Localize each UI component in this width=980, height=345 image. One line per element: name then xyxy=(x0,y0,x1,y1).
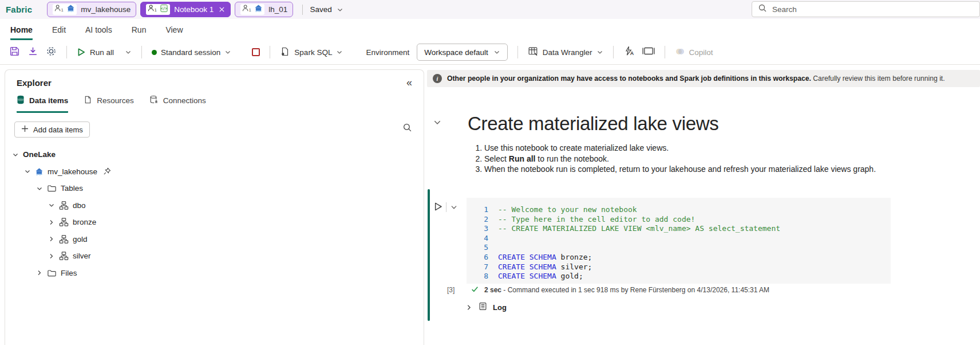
log-section-toggle[interactable]: Log xyxy=(465,302,507,312)
item-tabs: 1mv_lakehouse1</>Notebook 11lh_01 xyxy=(47,2,293,17)
chevron-down-icon[interactable] xyxy=(12,151,19,158)
chevron-right-icon xyxy=(465,304,473,311)
session-count-icon: 1 xyxy=(242,4,252,15)
code-line: 3-- CREATE MATERIALIZED LAKE VIEW <mlv_n… xyxy=(467,224,891,234)
line-number: 1 xyxy=(467,205,488,215)
chevron-down-icon xyxy=(596,49,603,56)
cell-status-row: 2 sec - Command executed in 1 sec 918 ms… xyxy=(471,285,769,295)
run-all-label: Run all xyxy=(90,48,114,57)
tree-item-tables[interactable]: Tables xyxy=(5,180,424,197)
svg-text:</>: </> xyxy=(161,6,168,11)
svg-text:1: 1 xyxy=(61,8,64,13)
explorer-panel: Explorer « Data itemsResourcesConnection… xyxy=(5,69,424,345)
copilot-label: Copilot xyxy=(689,48,713,57)
chevron-down-icon[interactable] xyxy=(48,202,55,209)
add-data-items-button[interactable]: Add data items xyxy=(14,121,90,138)
divider xyxy=(302,5,303,15)
divider xyxy=(66,46,67,58)
tree-item-mv-lakehouse[interactable]: mv_lakehouse xyxy=(5,163,424,181)
menu-tab-view[interactable]: View xyxy=(165,19,183,40)
session-active-dot xyxy=(152,50,157,55)
cell-more-actions-icon[interactable] xyxy=(450,203,458,211)
divider xyxy=(141,46,142,58)
stop-session-button[interactable] xyxy=(252,48,260,56)
run-cell-button[interactable] xyxy=(433,202,443,211)
environment-button[interactable]: Environment xyxy=(366,48,409,57)
chevron-right-icon[interactable] xyxy=(48,236,55,242)
lakehouse-icon xyxy=(35,167,44,176)
search-placeholder: Search xyxy=(772,5,797,14)
tree-item-gold[interactable]: gold xyxy=(5,231,424,248)
chevron-down-icon[interactable] xyxy=(24,168,31,175)
tree-item-dbo[interactable]: dbo xyxy=(5,197,424,214)
menu-tab-run[interactable]: Run xyxy=(132,19,147,40)
tree-item-bronze[interactable]: bronze xyxy=(5,214,424,231)
fabric-logo[interactable]: Fabric xyxy=(6,5,32,14)
markdown-list-item: Select Run all to run the notebook. xyxy=(484,154,876,164)
ribbon-menu: HomeEditAI toolsRunView xyxy=(0,19,980,40)
tree-item-onelake[interactable]: OneLake xyxy=(5,146,424,163)
tab-icon-chip: 1 xyxy=(240,4,264,15)
item-tab-lh-01[interactable]: 1lh_01 xyxy=(235,2,293,17)
session-label: Standard session xyxy=(161,48,220,57)
data-wrangler-dropdown[interactable]: Data Wrangler xyxy=(528,46,603,58)
spark-sql-icon xyxy=(280,46,290,58)
pin-icon[interactable] xyxy=(103,167,111,175)
search-input[interactable]: Search xyxy=(752,1,980,17)
settings-gear-icon[interactable] xyxy=(46,46,57,59)
explorer-search-icon[interactable] xyxy=(402,123,412,132)
tree-item-label: mv_lakehouse xyxy=(48,167,97,176)
menu-tab-home[interactable]: Home xyxy=(10,19,33,40)
item-tab-notebook-1[interactable]: 1</>Notebook 1 xyxy=(140,2,231,17)
workspace-access-banner: i Other people in your organization may … xyxy=(427,70,980,87)
code-line: 6CREATE SCHEMA bronze; xyxy=(467,253,891,262)
close-icon[interactable] xyxy=(219,6,225,13)
chevron-down-icon[interactable] xyxy=(125,49,132,56)
explorer-tab-data-items[interactable]: Data items xyxy=(17,95,68,113)
workspace-default-dropdown[interactable]: Workspace default xyxy=(417,44,508,61)
folder-icon xyxy=(47,268,57,278)
schema-icon xyxy=(59,217,69,227)
workspace-label: Workspace default xyxy=(424,48,488,57)
save-icon[interactable] xyxy=(9,46,20,59)
menu-tab-ai-tools[interactable]: AI tools xyxy=(85,19,112,40)
tree-item-label: bronze xyxy=(73,218,96,226)
chevron-right-icon[interactable] xyxy=(48,253,55,260)
chevron-down-icon xyxy=(493,49,500,56)
language-dropdown[interactable]: Spark SQL xyxy=(280,46,343,58)
export-icon[interactable] xyxy=(27,46,38,59)
success-check-icon xyxy=(471,285,479,295)
tree-item-silver[interactable]: silver xyxy=(5,248,424,265)
markdown-instructions: Use this notebook to create materialized… xyxy=(472,143,876,175)
frame-icon[interactable] xyxy=(642,46,655,58)
lightning-a-icon[interactable]: A xyxy=(623,45,635,59)
folder-icon xyxy=(47,183,57,193)
chevron-down-icon[interactable] xyxy=(36,185,43,192)
explorer-tab-resources[interactable]: Resources xyxy=(84,95,134,113)
tree-item-files[interactable]: Files xyxy=(5,265,424,282)
data-wrangler-label: Data Wrangler xyxy=(543,48,592,57)
markdown-cell-collapse-icon[interactable] xyxy=(433,118,442,127)
code-editor[interactable]: 1-- Welcome to your new notebook2-- Type… xyxy=(467,198,891,284)
divider xyxy=(517,46,518,58)
explorer-tab-label: Resources xyxy=(97,96,134,105)
chevron-right-icon[interactable] xyxy=(48,219,55,226)
tree-item-label: silver xyxy=(73,252,91,260)
schema-icon xyxy=(59,201,69,210)
code-line: 1-- Welcome to your new notebook xyxy=(467,205,891,215)
explorer-tab-connections[interactable]: Connections xyxy=(149,95,206,113)
save-status-dropdown[interactable]: Saved xyxy=(310,5,343,14)
session-status-dropdown[interactable]: Standard session xyxy=(152,48,231,57)
chevron-down-icon xyxy=(337,6,343,13)
tree-item-label: dbo xyxy=(73,201,86,210)
run-all-button[interactable]: Run all xyxy=(77,48,132,57)
collapse-panel-icon[interactable]: « xyxy=(406,77,412,88)
divider xyxy=(270,46,270,58)
chevron-right-icon[interactable] xyxy=(36,269,43,276)
menu-tab-edit[interactable]: Edit xyxy=(52,19,66,40)
copilot-button[interactable]: Copilot xyxy=(675,46,713,58)
tree-item-label: OneLake xyxy=(23,150,56,159)
tree-item-label: gold xyxy=(73,235,88,244)
execution-count: [3] xyxy=(447,286,455,294)
item-tab-mv-lakehouse[interactable]: 1mv_lakehouse xyxy=(47,2,136,17)
